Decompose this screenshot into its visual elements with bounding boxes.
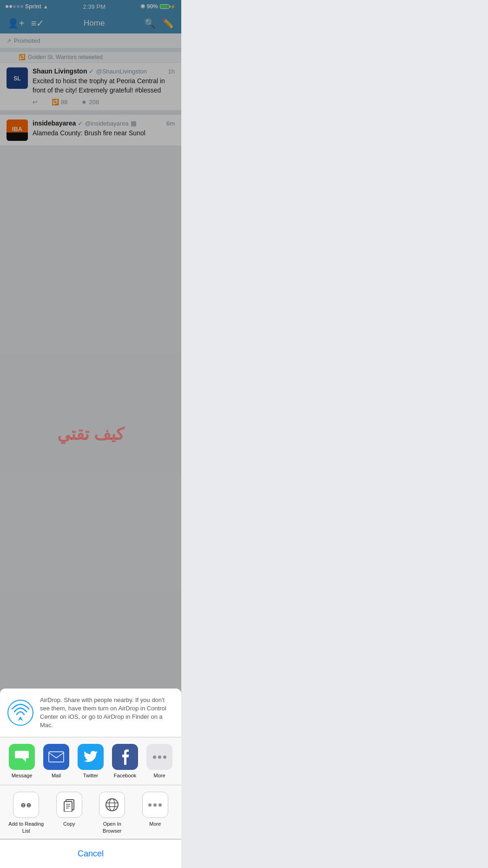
app-container: Sprint ▲ 2:39 PM ✱ 90% ⚡ 👤+ ≡✓ Home 🔍 ✏️…: [0, 0, 181, 325]
share-overlay: كيف تقتي AirDrop. Share with people near…: [0, 0, 181, 325]
